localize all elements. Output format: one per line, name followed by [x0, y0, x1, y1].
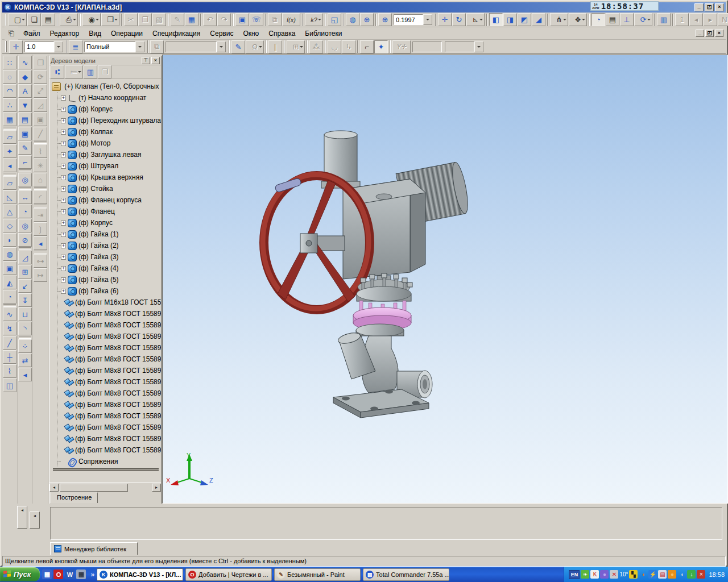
expand-plus-icon[interactable]: + — [61, 118, 66, 123]
quick-launch-word-icon[interactable]: W — [65, 569, 75, 579]
language-indicator[interactable]: EN — [569, 570, 580, 579]
step-dropdown[interactable] — [54, 41, 63, 52]
scale-object-tool[interactable]: ⤢ — [34, 84, 47, 98]
pin-icon[interactable]: ⊤ — [142, 57, 150, 64]
menu-libraries[interactable]: Библиотеки — [300, 28, 346, 39]
pan-button[interactable]: ✛ — [438, 13, 452, 26]
tree-item-row[interactable]: + (ф) Крышка верхняя — [57, 172, 161, 183]
tray-update-icon[interactable]: ↓ — [687, 570, 696, 579]
axis-tool[interactable]: ┼ — [3, 350, 16, 364]
page-next-button[interactable]: ▸ — [704, 13, 717, 26]
preview-button[interactable]: ◉ — [82, 13, 101, 26]
quick-launch-commander-icon[interactable]: ▦ — [42, 569, 52, 579]
refresh-button[interactable]: ⟳ — [634, 13, 652, 26]
tray-orb-icon[interactable]: ● — [600, 570, 609, 579]
tree-item-row[interactable]: + (ф) Болт М8х8 ГОСТ 15589- — [57, 376, 161, 388]
toolbar-grip[interactable] — [5, 14, 6, 26]
menu-help[interactable]: Справка — [264, 28, 300, 39]
spray-button[interactable]: ⁂ — [309, 40, 323, 53]
zoom-all-button[interactable]: ◍ — [346, 13, 359, 26]
tree-item-row[interactable]: + (ф) Штрувал — [57, 160, 161, 172]
tree-item-row[interactable]: + (ф) Стойка — [57, 183, 161, 194]
tree-item-row[interactable]: + (ф) Фланец корпуса — [57, 194, 161, 206]
library-manager-button[interactable]: ▥ — [657, 13, 671, 26]
tree-item-row[interactable]: + (ф) Гайка (1) — [57, 228, 161, 240]
menu-specification[interactable]: Спецификация — [148, 28, 205, 39]
tree-item-row[interactable]: + (ф) Гайка (2) — [57, 240, 161, 251]
tab-library-manager[interactable]: Менеджер библиотек — [50, 542, 138, 555]
tray-volume-icon[interactable]: ◖ — [639, 570, 647, 579]
three-point-plane-tool[interactable]: △ — [3, 205, 16, 218]
tree-item-row[interactable]: + (ф) Болт М8х8 ГОСТ 15589- — [57, 342, 161, 354]
tree-item-row[interactable]: + (ф) Гайка (3) — [57, 251, 161, 263]
tray-bee-icon[interactable]: ▚ — [629, 570, 638, 579]
layers-button[interactable]: ⧉ — [150, 40, 164, 53]
undo-button[interactable]: ↶ — [203, 13, 217, 26]
magnet-button[interactable]: Ω — [246, 40, 264, 53]
collapse-arrow3[interactable]: ◂ — [34, 236, 47, 250]
tree-item-row[interactable]: + (ф) Болт М8х8 ГОСТ 15589- — [57, 319, 161, 331]
tray-power-icon[interactable]: ⚡ — [648, 570, 657, 579]
expand-plus-icon[interactable]: + — [61, 141, 66, 146]
box-copy-tool[interactable]: ▣ — [34, 113, 47, 126]
expand-plus-icon[interactable]: + — [61, 243, 66, 248]
copy-button[interactable]: ❐ — [138, 13, 152, 26]
quick-launch-calculator-icon[interactable]: ▦ — [76, 569, 86, 579]
star-tool[interactable]: ✳ — [34, 159, 47, 172]
page-last-button[interactable]: N — [718, 13, 728, 26]
page-prev-button[interactable]: ◂ — [689, 13, 703, 26]
spline-tool[interactable]: ∿ — [18, 56, 32, 69]
zoom-scale-input[interactable] — [394, 14, 423, 25]
menu-service[interactable]: Сервис — [205, 28, 238, 39]
points-pair-tool[interactable]: ∴ — [3, 98, 16, 112]
tree-item-row[interactable]: + (ф) Гайка (4) — [57, 263, 161, 274]
align-tool[interactable]: ⇥ — [34, 208, 47, 222]
scroll-left-icon[interactable]: ◂ — [49, 484, 59, 492]
points-table-tool[interactable]: ▦ — [3, 113, 16, 126]
orbit-button[interactable]: ◔ — [592, 13, 605, 26]
section-view-button[interactable]: ⋔ — [550, 13, 568, 26]
doc-close-button[interactable]: × — [715, 30, 723, 37]
points-grid-tool[interactable]: ∷ — [3, 56, 16, 69]
tree-item-row[interactable]: + (ф) Болт М8х8 ГОСТ 15589- — [57, 422, 161, 433]
tray-flag-icon[interactable]: ▤ — [658, 570, 667, 579]
filter-tool[interactable]: ▼ — [18, 98, 32, 112]
tray-kaspersky-icon[interactable]: K — [590, 570, 599, 579]
tree-report-button[interactable]: ▥ — [84, 65, 97, 78]
text-tool[interactable]: A — [18, 84, 32, 98]
expand-plus-icon[interactable]: + — [61, 198, 66, 203]
minimize-button[interactable]: _ — [694, 3, 704, 11]
diameter-tool[interactable]: ⊘ — [18, 233, 32, 247]
tree-item-row[interactable]: + (ф) Болт М8х8 ГОСТ 15589- — [57, 308, 161, 319]
copy-properties-button[interactable]: ✎ — [171, 13, 184, 26]
fx-button[interactable]: f(x) — [282, 13, 300, 26]
hidden-view-button[interactable]: ◩ — [518, 13, 531, 26]
tree-copy-button[interactable]: ❐ — [98, 65, 111, 78]
expand-plus-icon[interactable]: + — [61, 175, 66, 180]
collapse-arrow[interactable]: ◂ — [3, 159, 16, 172]
quick-launch-opera-icon[interactable]: O — [53, 569, 63, 579]
cone-tool[interactable]: ◭ — [3, 276, 16, 289]
spiral-tool[interactable]: ↯ — [3, 322, 16, 335]
tree-item-row[interactable]: + (ф) Болт М8х8 ГОСТ 15589- — [57, 365, 161, 376]
offset-plane-tool[interactable]: ▱ — [3, 176, 16, 190]
page-first-button[interactable]: 1 — [675, 13, 689, 26]
orientation-button[interactable]: ⊾ — [466, 13, 485, 26]
expand-plus-icon[interactable]: + — [61, 164, 66, 169]
tree-item-row[interactable]: + (ф) Болт М8х8 ГОСТ 15589- — [57, 388, 161, 399]
local-axes-button[interactable]: ↳ — [342, 40, 355, 53]
bracket-tool[interactable]: ❳ — [34, 222, 47, 236]
send-button[interactable]: ❒ — [101, 13, 119, 26]
points-arc-tool[interactable]: ◠ — [3, 84, 16, 98]
sheet-tool[interactable]: ▤ — [18, 113, 32, 126]
tree-item-row[interactable]: + (ф) Мотор — [57, 138, 161, 149]
rib-tool[interactable]: ↙ — [18, 279, 32, 293]
panel-stub-2[interactable]: ◂ — [30, 512, 40, 529]
box-tool[interactable]: ▣ — [3, 261, 16, 275]
ortho-button[interactable]: ⌐ — [360, 40, 374, 53]
measure-tool[interactable]: ↦ — [34, 268, 47, 282]
redo-button[interactable]: ↷ — [217, 13, 231, 26]
expand-plus-icon[interactable]: + — [61, 232, 66, 237]
sector-tool[interactable]: ◔ — [3, 290, 16, 304]
rotate-object-tool[interactable]: ⟳ — [34, 70, 47, 84]
